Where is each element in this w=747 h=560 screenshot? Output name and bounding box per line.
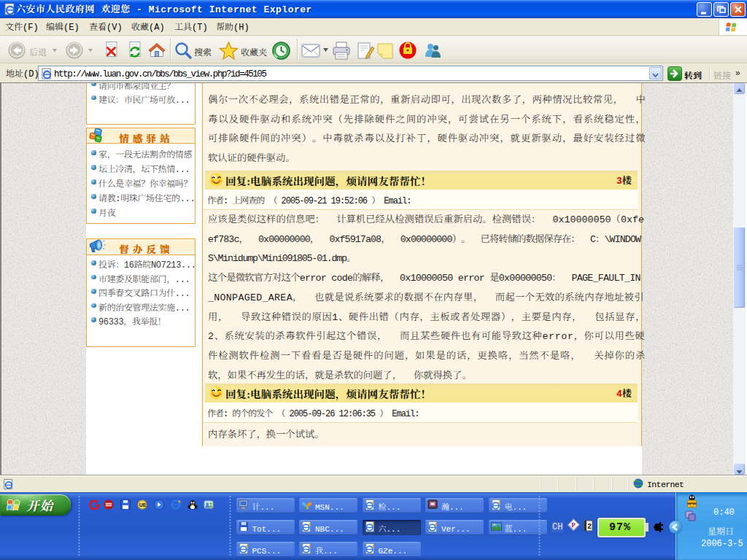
svg-text:2: 2 (587, 523, 592, 531)
svg-text:UE: UE (139, 502, 147, 508)
svg-text:P: P (571, 521, 576, 529)
